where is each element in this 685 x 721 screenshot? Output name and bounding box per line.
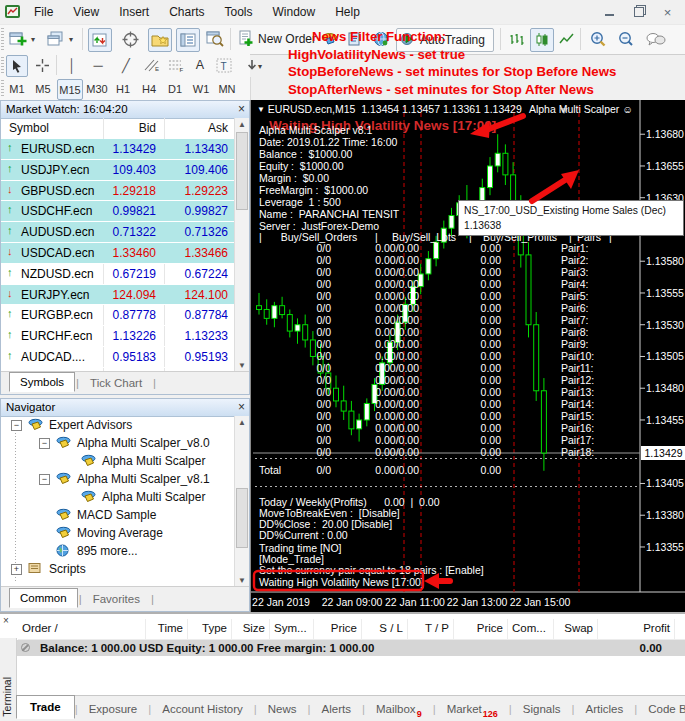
market-watch-scrollbar[interactable]: ▲ ▼ — [234, 118, 249, 372]
terminal-columns-header[interactable]: Order /TimeTypeSizeSym...PriceS / LT / P… — [18, 619, 685, 640]
menu-tools[interactable]: Tools — [215, 0, 263, 24]
close-button[interactable]: × — [653, 2, 682, 22]
tree-expander-icon[interactable]: + — [11, 564, 22, 575]
symbol-row[interactable]: ↓USDCAD.ecn1.334601.33466 — [1, 243, 236, 264]
symbol-row[interactable]: ↑USDJPY.ecn109.403109.406 — [1, 160, 236, 181]
chart-window[interactable]: Waiting High Volatility News [17:00] ▼ E… — [250, 100, 685, 612]
symbol-row[interactable]: ↑AUDUSD.ecn0.713220.71326 — [1, 222, 236, 243]
timeframe-button-d1[interactable]: D1 — [163, 79, 187, 98]
tree-item-alpha-multi-scalper-v8-0[interactable]: −Alpha Multi Scalper_v8.0 — [1, 434, 236, 452]
timeframe-button-m15[interactable]: M15 — [57, 79, 83, 100]
timeframe-button-mn[interactable]: MN — [215, 79, 239, 98]
symbol-row[interactable]: ↑EURCHF.ecn1.132261.13233 — [1, 326, 236, 347]
horizontal-line-tool-icon[interactable]: ─ — [88, 55, 108, 75]
tab-account-history[interactable]: Account History — [151, 699, 254, 719]
tab-trade[interactable]: Trade — [16, 695, 75, 719]
profiles-icon[interactable] — [45, 28, 67, 50]
crosshair-icon[interactable] — [32, 55, 52, 75]
column-header-order[interactable]: Order / — [18, 619, 146, 639]
cursor-icon[interactable] — [6, 55, 28, 77]
minimize-button[interactable] — [595, 2, 624, 22]
restore-button[interactable] — [624, 2, 653, 22]
balance-row[interactable]: Balance: 1 000.00 USD Equity: 1 000.00 F… — [16, 640, 685, 656]
tree-item-macd-sample[interactable]: MACD Sample — [1, 506, 236, 524]
column-header-time[interactable]: Time — [146, 619, 188, 639]
tree-item-alpha-multi-scalper[interactable]: Alpha Multi Scalper — [1, 452, 236, 470]
column-header-price[interactable]: Price — [454, 619, 508, 639]
arrows-tool-caret-icon[interactable]: ▾ — [258, 62, 262, 71]
symbol-row[interactable]: ↓GBPUSD.ecn1.292181.29223 — [1, 181, 236, 202]
text-label-tool-icon[interactable]: T — [214, 55, 234, 75]
tree-item-alpha-multi-scalper-v8-1[interactable]: −Alpha Multi Scalper_v8.1 — [1, 470, 236, 488]
timeframe-button-h4[interactable]: H4 — [137, 79, 161, 98]
column-header-swap[interactable]: Swap — [554, 619, 598, 639]
tab-code-base[interactable]: Code Base — [637, 699, 685, 719]
symbol-row[interactable]: ↑NZDUSD.ecn0.672190.67224 — [1, 264, 236, 285]
column-header-ask[interactable]: Ask — [208, 118, 228, 139]
column-header-price[interactable]: Price — [314, 619, 362, 639]
column-header-tp[interactable]: T / P — [408, 619, 454, 639]
terminal-close-icon[interactable]: × — [3, 615, 9, 626]
navigator-close-icon[interactable]: × — [238, 399, 245, 415]
menu-help[interactable]: Help — [325, 0, 370, 24]
scroll-thumb[interactable] — [236, 132, 248, 210]
timeframe-button-h1[interactable]: H1 — [111, 79, 135, 98]
column-header-size[interactable]: Size — [232, 619, 270, 639]
scroll-thumb[interactable] — [236, 488, 248, 548]
menu-window[interactable]: Window — [263, 0, 326, 24]
tree-item-scripts[interactable]: +Scripts — [1, 560, 236, 578]
symbol-row[interactable]: ↑EURGBP.ecn0.877780.87784 — [1, 305, 236, 326]
menu-view[interactable]: View — [63, 0, 109, 24]
new-chart-caret-icon[interactable]: ▾ — [31, 35, 35, 44]
strategy-tester-icon[interactable] — [204, 28, 226, 50]
fibonacci-tool-icon[interactable]: F — [166, 55, 186, 75]
tab-mailbox[interactable]: Mailbox9 — [365, 699, 433, 719]
tab-market[interactable]: Market126 — [436, 699, 509, 719]
market-watch-toggle-icon[interactable] — [88, 28, 112, 52]
tree-item-alpha-multi-scalper[interactable]: Alpha Multi Scalper — [1, 488, 236, 506]
tree-item-expert-advisors[interactable]: −Expert Advisors — [1, 416, 236, 434]
trendline-tool-icon[interactable]: ╱ — [116, 55, 136, 75]
tab-symbols[interactable]: Symbols — [9, 372, 75, 392]
tab-articles[interactable]: Articles — [575, 699, 635, 719]
scroll-up-icon[interactable]: ▲ — [235, 118, 249, 131]
symbol-row[interactable]: ↓EURJPY.ecn124.094124.100 — [1, 285, 236, 306]
symbol-row[interactable]: ↑EURUSD.ecn1.134291.13430 — [1, 139, 236, 160]
symbol-row[interactable]: ↑AUDCAD....0.951830.95193 — [1, 347, 236, 368]
terminal-toggle-icon[interactable] — [176, 28, 200, 52]
tab-favorites[interactable]: Favorites — [83, 590, 150, 608]
vertical-line-tool-icon[interactable]: │ — [62, 55, 82, 75]
tree-expander-icon[interactable]: − — [11, 420, 22, 431]
menu-charts[interactable]: Charts — [159, 0, 214, 24]
market-watch-close-icon[interactable]: × — [238, 101, 245, 117]
timeframe-button-w1[interactable]: W1 — [189, 79, 213, 98]
tab-alerts[interactable]: Alerts — [311, 699, 362, 719]
profiles-caret-icon[interactable]: ▾ — [69, 35, 73, 44]
column-header-com[interactable]: Com... — [508, 619, 554, 639]
tab-news[interactable]: News — [257, 699, 308, 719]
column-header-sym[interactable]: Sym... — [270, 619, 314, 639]
market-watch-header[interactable]: SymbolBidAsk — [1, 118, 236, 140]
column-header-sl[interactable]: S / L — [362, 619, 408, 639]
column-header-symbol[interactable]: Symbol — [9, 118, 49, 139]
timeframe-button-m5[interactable]: M5 — [31, 79, 55, 98]
tab-signals[interactable]: Signals — [512, 699, 572, 719]
new-chart-icon[interactable] — [7, 28, 29, 50]
menu-insert[interactable]: Insert — [109, 0, 159, 24]
symbol-row[interactable]: ↑USDCHF.ecn0.998210.99827 — [1, 201, 236, 222]
scroll-up-icon[interactable]: ▲ — [235, 416, 249, 429]
menu-file[interactable]: File — [24, 0, 63, 24]
column-header-bid[interactable]: Bid — [139, 118, 156, 139]
column-header-type[interactable]: Type — [188, 619, 232, 639]
column-header-profit[interactable]: Profit — [598, 619, 675, 639]
tab-exposure[interactable]: Exposure — [78, 699, 149, 719]
navigator-toggle-icon[interactable] — [148, 28, 172, 52]
chart-dropdown-icon[interactable]: ▼ — [257, 105, 265, 114]
timeframe-button-m30[interactable]: M30 — [85, 79, 109, 98]
tree-item-moving-average[interactable]: Moving Average — [1, 524, 236, 542]
timeframe-button-m1[interactable]: M1 — [5, 79, 29, 98]
navigator-scrollbar[interactable]: ▲ ▼ — [234, 416, 249, 587]
tab-common[interactable]: Common — [9, 588, 78, 608]
text-tool-icon[interactable]: A — [190, 55, 210, 75]
tree-expander-icon[interactable]: − — [39, 474, 50, 485]
